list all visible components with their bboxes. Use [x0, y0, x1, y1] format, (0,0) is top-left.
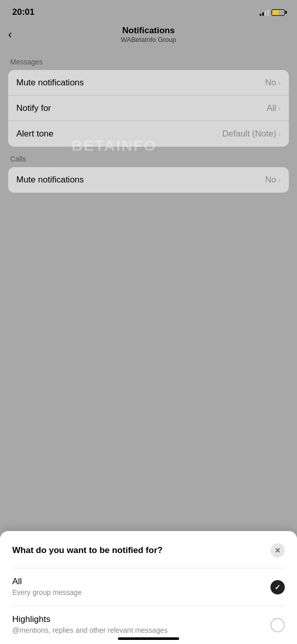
sheet-title: What do you want to be notified for? — [12, 545, 270, 556]
option-all-label: All — [12, 577, 262, 587]
signal-icon — [260, 9, 269, 16]
chevron-icon: › — [278, 130, 281, 138]
bottom-sheet: What do you want to be notified for? ✕ A… — [0, 531, 297, 644]
battery-icon — [271, 9, 285, 16]
calls-group: Mute notifications No › — [8, 167, 289, 193]
chevron-icon: › — [278, 79, 281, 87]
alert-tone-row[interactable]: Alert tone Default (Note) › — [8, 121, 289, 147]
check-icon: ✓ — [275, 583, 281, 591]
messages-group: Mute notifications No › Notify for All ›… — [8, 70, 289, 147]
mute-calls-label: Mute notifications — [16, 175, 84, 185]
close-button[interactable]: ✕ — [270, 543, 285, 558]
status-icons — [260, 9, 285, 16]
section-calls-header: Calls — [0, 147, 297, 167]
back-button[interactable]: ‹ — [8, 28, 12, 41]
option-all[interactable]: All Every group message ✓ — [12, 568, 285, 606]
chevron-icon: › — [278, 176, 281, 184]
nav-header: ‹ Notifications WABetaInfo Group — [0, 21, 297, 50]
battery-fill — [273, 10, 279, 15]
section-messages-header: Messages — [0, 50, 297, 70]
chevron-icon: › — [278, 104, 281, 112]
option-all-desc: Every group message — [12, 588, 262, 598]
content: Messages Mute notifications No › Notify … — [0, 50, 297, 193]
radio-highlights[interactable] — [270, 618, 285, 632]
mute-calls-value: No › — [265, 175, 281, 185]
radio-all[interactable]: ✓ — [270, 580, 285, 594]
alert-tone-label: Alert tone — [16, 129, 54, 139]
sheet-header: What do you want to be notified for? ✕ — [12, 543, 285, 558]
mute-messages-label: Mute notifications — [16, 78, 84, 88]
mute-messages-row[interactable]: Mute notifications No › — [8, 70, 289, 96]
option-all-text: All Every group message — [12, 577, 270, 598]
mute-messages-value: No › — [265, 78, 281, 88]
alert-tone-value: Default (Note) › — [222, 129, 281, 139]
option-highlights-label: Highlights — [12, 614, 262, 625]
page-subtitle: WABetaInfo Group — [121, 36, 177, 43]
mute-calls-row[interactable]: Mute notifications No › — [8, 167, 289, 193]
notify-for-label: Notify for — [16, 103, 51, 113]
notify-for-value: All › — [266, 103, 281, 113]
notify-for-row[interactable]: Notify for All › — [8, 96, 289, 121]
home-indicator — [118, 637, 179, 640]
page-title: Notifications — [121, 26, 177, 36]
status-bar: 20:01 — [0, 0, 297, 21]
status-time: 20:01 — [12, 7, 34, 17]
option-highlights-desc: @mentions, replies and other relevant me… — [12, 626, 262, 636]
nav-title-block: Notifications WABetaInfo Group — [121, 26, 177, 43]
option-highlights-text: Highlights @mentions, replies and other … — [12, 614, 270, 636]
